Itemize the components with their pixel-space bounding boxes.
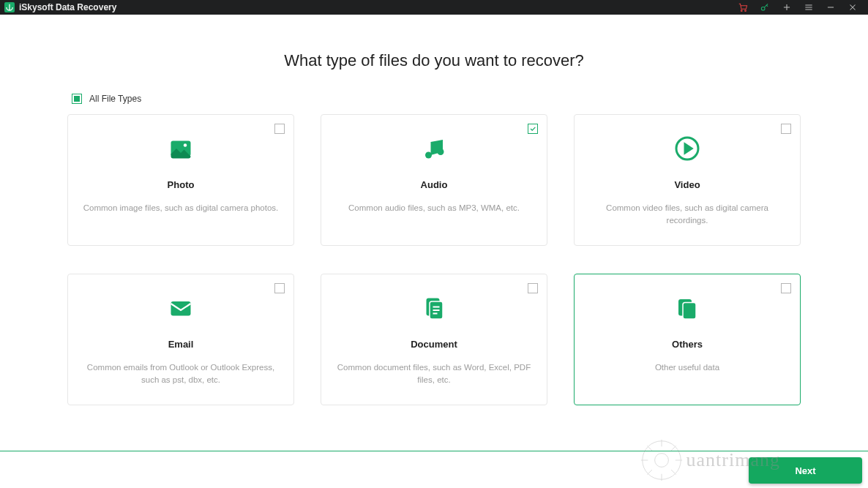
file-type-grid: Photo Common image files, such as digita… <box>0 114 868 405</box>
svg-point-6 <box>438 149 444 155</box>
card-desc: Common video files, such as digital came… <box>589 202 785 228</box>
main-content: What type of files do you want to recove… <box>0 15 868 405</box>
card-audio[interactable]: Audio Common audio files, such as MP3, W… <box>321 114 547 246</box>
menu-icon[interactable] <box>798 0 820 15</box>
card-document[interactable]: Document Common document files, such as … <box>321 274 547 405</box>
card-photo-checkbox[interactable] <box>274 124 285 134</box>
card-email-checkbox[interactable] <box>274 283 285 293</box>
svg-line-22 <box>647 470 652 475</box>
titlebar: iSkysoft Data Recovery <box>0 0 868 15</box>
card-title: Photo <box>168 179 195 190</box>
music-icon <box>419 134 449 163</box>
footer-divider <box>0 451 868 451</box>
card-title: Video <box>674 179 700 190</box>
next-button[interactable]: Next <box>749 457 862 484</box>
svg-rect-12 <box>683 303 696 320</box>
files-icon <box>673 293 702 323</box>
svg-point-13 <box>642 441 681 480</box>
card-desc: Common emails from Outlook or Outlook Ex… <box>83 361 279 387</box>
card-title: Audio <box>421 179 448 190</box>
svg-point-0 <box>741 10 742 12</box>
all-file-types-label: All File Types <box>89 94 141 104</box>
page-title: What type of files do you want to recove… <box>0 51 868 70</box>
all-file-types-checkbox[interactable] <box>72 94 82 104</box>
photo-icon <box>166 134 195 163</box>
svg-line-19 <box>647 446 652 451</box>
plus-icon[interactable] <box>776 0 798 15</box>
svg-point-2 <box>761 7 765 10</box>
all-file-types-row[interactable]: All File Types <box>72 94 868 104</box>
svg-line-21 <box>671 446 676 451</box>
card-title: Document <box>411 339 457 350</box>
card-desc: Common image files, such as digital came… <box>83 202 279 214</box>
app-logo-icon <box>4 2 15 12</box>
key-icon[interactable] <box>754 0 776 15</box>
card-video-checkbox[interactable] <box>781 124 791 134</box>
app-title: iSkysoft Data Recovery <box>19 2 116 12</box>
card-email[interactable]: Email Common emails from Outlook or Outl… <box>67 274 294 405</box>
mail-icon <box>166 293 195 323</box>
card-audio-checkbox[interactable] <box>528 124 538 134</box>
document-icon <box>419 293 449 323</box>
play-icon <box>673 134 702 163</box>
cart-icon[interactable] <box>732 0 754 15</box>
svg-point-4 <box>184 143 187 147</box>
card-desc: Common audio files, such as MP3, WMA, et… <box>348 202 520 214</box>
svg-point-5 <box>425 152 432 159</box>
svg-rect-8 <box>171 301 191 316</box>
card-others[interactable]: Others Other useful data <box>574 274 801 405</box>
close-icon[interactable] <box>842 0 864 15</box>
card-desc: Common document files, such as Word, Exc… <box>336 361 532 387</box>
card-others-checkbox[interactable] <box>781 283 791 293</box>
card-video[interactable]: Video Common video files, such as digita… <box>574 114 801 246</box>
card-desc: Other useful data <box>655 361 719 374</box>
svg-point-14 <box>654 454 668 468</box>
card-document-checkbox[interactable] <box>528 283 538 293</box>
card-title: Email <box>168 339 194 350</box>
card-photo[interactable]: Photo Common image files, such as digita… <box>67 114 294 246</box>
minimize-icon[interactable] <box>820 0 842 15</box>
svg-line-20 <box>671 470 676 475</box>
svg-point-1 <box>745 10 747 12</box>
card-title: Others <box>672 339 703 350</box>
